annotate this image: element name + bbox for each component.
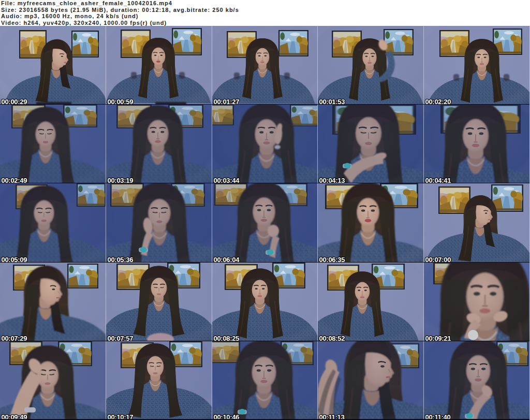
svg-text:00:10:17: 00:10:17 (108, 413, 134, 420)
svg-text:00:11:40: 00:11:40 (425, 413, 451, 420)
svg-text:00:10:46: 00:10:46 (214, 413, 240, 420)
svg-text:00:11:13: 00:11:13 (319, 413, 345, 420)
svg-text:00:09:49: 00:09:49 (2, 413, 27, 420)
